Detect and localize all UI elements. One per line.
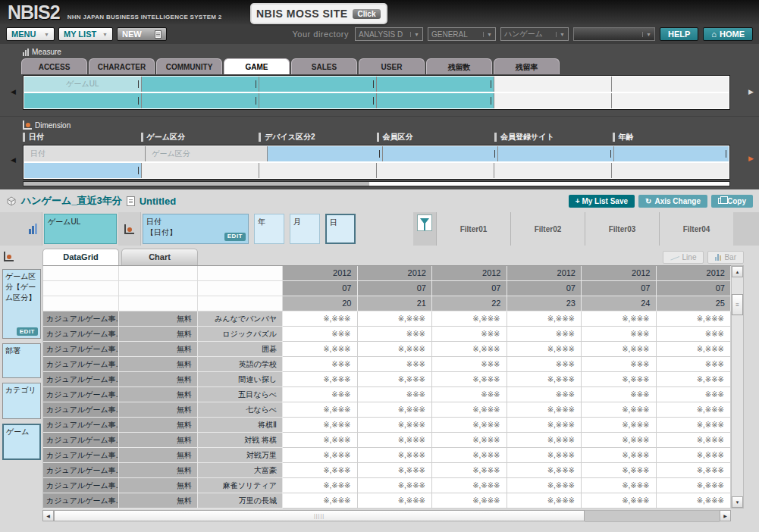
value-cell[interactable]: ※,※※※ (507, 402, 582, 418)
value-cell[interactable]: ※※※ (657, 327, 732, 342)
business-label-cell[interactable]: カジュアルゲーム事... (43, 418, 119, 433)
vertical-scrollbar-thumb[interactable]: ≡ (732, 294, 743, 315)
date-level-chip-option[interactable]: 年 (254, 214, 284, 244)
price-label-cell[interactable]: 無料 (119, 463, 198, 478)
business-label-cell[interactable]: カジュアルゲーム事... (43, 433, 119, 448)
business-label-cell[interactable]: カジュアルゲーム事... (43, 448, 119, 463)
measure-tab[interactable]: ACCESS (21, 58, 87, 74)
price-label-cell[interactable]: 無料 (119, 327, 198, 342)
copy-button[interactable]: Copy (711, 195, 753, 208)
value-cell[interactable]: ※※※ (358, 327, 433, 342)
price-label-cell[interactable]: 無料 (119, 342, 198, 357)
filter-slot[interactable]: Filter03 (585, 212, 659, 246)
game-label-cell[interactable]: 対戦 将棋 (198, 433, 283, 448)
date-header-cell[interactable]: 2012 (358, 266, 433, 281)
moss-site-banner[interactable]: NBIS MOSS SITE Click (250, 3, 387, 24)
price-label-cell[interactable]: 無料 (119, 493, 198, 509)
game-label-cell[interactable]: 間違い探し (198, 372, 283, 387)
game-label-cell[interactable]: 将棋Ⅱ (198, 418, 283, 433)
new-button[interactable]: NEW (117, 27, 167, 41)
value-cell[interactable]: ※,※※※ (582, 418, 657, 433)
value-cell[interactable]: ※,※※※ (657, 402, 732, 418)
value-cell[interactable]: ※※※ (283, 357, 358, 372)
moss-site-click-badge[interactable]: Click (353, 9, 381, 19)
date-header-cell[interactable]: 20 (283, 296, 358, 311)
value-cell[interactable]: ※,※※※ (283, 311, 358, 327)
game-category-chip[interactable]: ゲーム区分【ゲーム区分】 EDIT (2, 269, 41, 339)
value-cell[interactable]: ※,※※※ (507, 463, 582, 478)
value-cell[interactable]: ※,※※※ (283, 478, 358, 493)
value-cell[interactable]: ※,※※※ (432, 418, 507, 433)
filter-slot[interactable]: Filter02 (510, 212, 585, 246)
date-header-cell[interactable]: 07 (432, 281, 507, 296)
price-label-cell[interactable]: 無料 (119, 433, 198, 448)
business-label-cell[interactable]: カジュアルゲーム事... (43, 387, 119, 402)
value-cell[interactable]: ※,※※※ (582, 493, 657, 509)
home-button[interactable]: ⌂ HOME (703, 27, 753, 41)
axis-change-button[interactable]: ↻ Axis Change (638, 195, 707, 208)
measure-tab[interactable]: SALES (291, 58, 357, 74)
business-label-cell[interactable]: カジュアルゲーム事... (43, 372, 119, 387)
value-cell[interactable]: ※,※※※ (283, 342, 358, 357)
measure-scroll-left-icon[interactable]: ◀ (11, 88, 16, 95)
dimension-slot-cell[interactable] (24, 163, 142, 178)
value-cell[interactable]: ※,※※※ (507, 478, 582, 493)
date-header-cell[interactable]: 07 (283, 281, 358, 296)
view-tab-chart[interactable]: Chart (121, 249, 198, 265)
game-label-cell[interactable]: 七ならべ (198, 402, 283, 418)
measure-slot-cell[interactable] (142, 77, 259, 92)
measure-slot-cell[interactable] (24, 93, 142, 108)
mylist-button[interactable]: MY LIST ▼ (58, 27, 113, 41)
value-cell[interactable]: ※,※※※ (582, 342, 657, 357)
game-label-cell[interactable]: 五目ならべ (198, 387, 283, 402)
measure-chip[interactable]: ゲームUL (44, 214, 117, 244)
date-header-cell[interactable]: 2012 (432, 266, 507, 281)
date-header-cell[interactable]: 22 (432, 296, 507, 311)
scroll-up-button[interactable]: ▲ (732, 266, 743, 277)
value-cell[interactable]: ※,※※※ (432, 372, 507, 387)
dimension-slot-cell[interactable] (377, 163, 494, 178)
game-label-cell[interactable]: 大富豪 (198, 463, 283, 478)
price-label-cell[interactable]: 無料 (119, 418, 198, 433)
value-cell[interactable]: ※※※ (582, 327, 657, 342)
value-cell[interactable]: ※,※※※ (283, 418, 358, 433)
date-header-cell[interactable]: 07 (582, 281, 657, 296)
date-header-cell[interactable]: 2012 (283, 266, 358, 281)
game-label-cell[interactable]: 麻雀ソリティア (198, 478, 283, 493)
business-label-cell[interactable]: カジュアルゲーム事... (43, 342, 119, 357)
dimension-scroll-left-icon[interactable]: ◀ (11, 156, 16, 164)
value-cell[interactable]: ※※※ (358, 357, 433, 372)
dimension-slot-cell[interactable] (268, 146, 383, 161)
directory-select-3[interactable]: ハンゲーム ▼ (500, 27, 569, 41)
value-cell[interactable]: ※,※※※ (432, 342, 507, 357)
value-cell[interactable]: ※,※※※ (432, 493, 507, 509)
dimension-slot-cell[interactable] (383, 146, 498, 161)
value-cell[interactable]: ※,※※※ (432, 402, 507, 418)
value-cell[interactable]: ※,※※※ (507, 493, 582, 509)
row-level-chip[interactable]: 部署 (2, 343, 41, 378)
price-label-cell[interactable]: 無料 (119, 478, 198, 493)
menu-button[interactable]: MENU ▼ (6, 27, 55, 41)
price-label-cell[interactable]: 無料 (119, 311, 198, 327)
view-tab-datagrid[interactable]: DataGrid (42, 249, 119, 265)
value-cell[interactable]: ※,※※※ (657, 493, 732, 509)
value-cell[interactable]: ※,※※※ (283, 463, 358, 478)
value-cell[interactable]: ※,※※※ (432, 463, 507, 478)
value-cell[interactable]: ※※※ (582, 387, 657, 402)
row-level-chip[interactable]: カテゴリ (2, 383, 41, 419)
value-cell[interactable]: ※※※ (507, 387, 582, 402)
scroll-down-button[interactable]: ▼ (732, 496, 743, 508)
value-cell[interactable]: ※,※※※ (358, 493, 433, 509)
filter-button[interactable] (417, 214, 432, 231)
horizontal-scrollbar-thumb[interactable]: ||||| (54, 510, 585, 521)
value-cell[interactable]: ※,※※※ (657, 311, 732, 327)
value-cell[interactable]: ※,※※※ (657, 478, 732, 493)
value-cell[interactable]: ※,※※※ (358, 372, 433, 387)
price-label-cell[interactable]: 無料 (119, 372, 198, 387)
game-label-cell[interactable]: ロジックパズル (198, 327, 283, 342)
value-cell[interactable]: ※※※ (582, 357, 657, 372)
help-button[interactable]: HELP (660, 27, 698, 41)
date-dimension-chip[interactable]: 日付 【日付】 EDIT (143, 214, 249, 244)
value-cell[interactable]: ※,※※※ (432, 311, 507, 327)
value-cell[interactable]: ※,※※※ (582, 402, 657, 418)
